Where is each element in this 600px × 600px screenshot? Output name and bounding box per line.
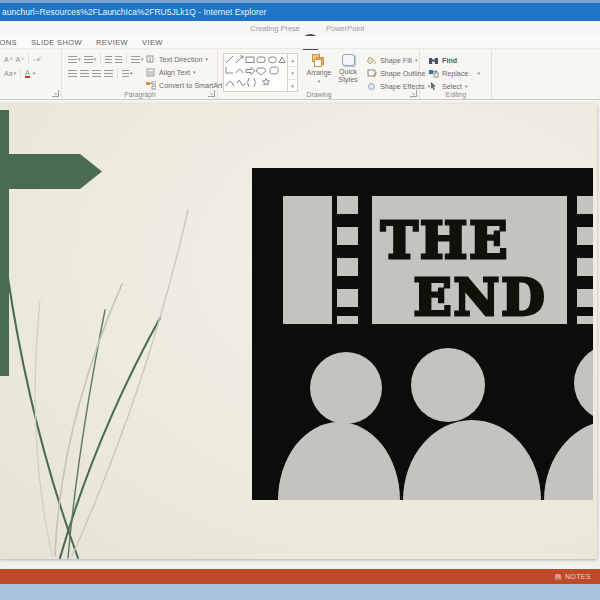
- line-spacing-button[interactable]: ▾: [131, 56, 144, 63]
- align-center-icon[interactable]: [80, 70, 89, 77]
- text-direction-button[interactable]: Text Direction▾: [145, 54, 228, 64]
- clipart-text-the: THE: [381, 211, 510, 270]
- dropdown-caret-icon: ▾: [193, 70, 196, 75]
- shape-outline-icon: [366, 68, 377, 78]
- font-color-button[interactable]: A: [25, 69, 30, 78]
- clipart-text-end: END: [413, 268, 546, 327]
- arrange-icon: [312, 54, 326, 67]
- dropdown-caret-icon: ▾: [415, 58, 418, 63]
- ie-title-text: aunchurl=Resources%2FLaunchIca%2FRU5JLk1…: [2, 7, 266, 17]
- slide-canvas[interactable]: THE END: [0, 104, 597, 559]
- grow-font-button[interactable]: A˄: [4, 56, 13, 63]
- ie-titlebar: aunchurl=Resources%2FLaunchIca%2FRU5JLk1…: [0, 3, 600, 21]
- ie-window: aunchurl=Resources%2FLaunchIca%2FRU5JLk1…: [0, 0, 600, 600]
- dropdown-caret-icon: ▾: [14, 71, 17, 76]
- gallery-scroll-up-icon[interactable]: ▴: [288, 54, 297, 67]
- paragraph-group: ▾ ▾ ▾ ▾ Text Direction▾: [63, 50, 218, 99]
- paragraph-dialog-launcher-icon[interactable]: ↘: [208, 90, 215, 97]
- clear-formatting-icon[interactable]: 𝒜: [33, 55, 40, 63]
- increase-indent-icon[interactable]: [115, 56, 122, 63]
- notes-icon: ▤: [555, 573, 562, 580]
- bullets-button[interactable]: ▾: [68, 56, 81, 63]
- submenu-caret-icon: ▾: [477, 71, 480, 76]
- find-button[interactable]: Find: [428, 55, 480, 65]
- shrink-font-button[interactable]: A˅: [16, 56, 25, 63]
- dropdown-caret-icon: ▾: [206, 57, 209, 62]
- drawing-group: ▴ ▾ ▾ Arrange ▾ Quick Styles Shape Fill▾: [219, 50, 420, 99]
- tab-slide-show[interactable]: SLIDE SHOW: [31, 38, 82, 47]
- smartart-icon: [145, 80, 156, 90]
- select-button[interactable]: Select▾: [428, 81, 480, 91]
- dropdown-caret-icon: ▾: [318, 79, 321, 84]
- dropdown-caret-icon: ▾: [130, 71, 133, 76]
- replace-icon: [428, 68, 439, 78]
- dropdown-caret-icon: ▾: [94, 57, 97, 62]
- shape-effects-icon: [366, 81, 377, 91]
- tab-view[interactable]: VIEW: [142, 38, 163, 47]
- dropdown-caret-icon: ▾: [33, 71, 36, 76]
- align-left-icon[interactable]: [68, 70, 77, 77]
- font-group-partial: A˄ A˅ 𝒜 Aa▾ A ▾ ↘: [0, 50, 62, 99]
- align-text-button[interactable]: Align Text▾: [145, 67, 228, 77]
- font-dialog-launcher-icon[interactable]: ↘: [52, 90, 59, 97]
- convert-smartart-button[interactable]: Convert to SmartArt▾: [145, 80, 228, 90]
- taskbar-strip: [0, 584, 600, 600]
- align-text-icon: [145, 67, 156, 77]
- drawing-dialog-launcher-icon[interactable]: ↘: [410, 90, 417, 97]
- notes-button[interactable]: ▤ NOTES: [555, 573, 600, 580]
- editing-group: Find Replace ▾ Select▾ Editing: [421, 50, 492, 99]
- powerpoint-titlebar: Creating Prese PowerPoint: [0, 21, 600, 36]
- tab-transitions-partial[interactable]: IONS: [0, 38, 17, 47]
- dropdown-caret-icon: ▾: [78, 57, 81, 62]
- paragraph-group-label: Paragraph: [63, 91, 217, 98]
- replace-button[interactable]: Replace ▾: [428, 68, 480, 78]
- justify-icon[interactable]: [104, 70, 113, 77]
- tab-review[interactable]: REVIEW: [96, 38, 128, 47]
- ribbon-tab-row: IONS SLIDE SHOW REVIEW VIEW: [0, 36, 600, 49]
- arrange-button[interactable]: Arrange ▾: [304, 54, 334, 84]
- dropdown-caret-icon: ▾: [141, 57, 144, 62]
- ribbon: A˄ A˅ 𝒜 Aa▾ A ▾ ↘ ▾ ▾: [0, 50, 600, 100]
- document-title: Creating Prese: [250, 24, 300, 33]
- shape-fill-icon: [366, 55, 377, 65]
- select-cursor-icon: [428, 81, 439, 91]
- drawing-group-label: Drawing: [219, 91, 419, 98]
- dropdown-caret-icon: ▾: [465, 84, 468, 89]
- quick-styles-button[interactable]: Quick Styles: [335, 54, 361, 83]
- quick-styles-icon: [342, 54, 355, 66]
- numbering-button[interactable]: ▾: [84, 56, 97, 63]
- decrease-indent-icon[interactable]: [105, 56, 112, 63]
- slide-workspace: THE END: [0, 101, 600, 569]
- status-bar: ▤ NOTES: [0, 569, 600, 584]
- align-right-icon[interactable]: [92, 70, 101, 77]
- app-name: PowerPoint: [326, 24, 364, 33]
- the-end-clipart[interactable]: THE END: [252, 168, 593, 500]
- editing-group-label: Editing: [421, 91, 491, 98]
- gallery-scroll[interactable]: ▴ ▾ ▾: [287, 54, 297, 91]
- shape-glyphs-icon: [224, 54, 287, 91]
- shapes-gallery[interactable]: ▴ ▾ ▾: [223, 53, 298, 92]
- gallery-scroll-down-icon[interactable]: ▾: [288, 67, 297, 80]
- columns-button[interactable]: ▾: [122, 70, 133, 77]
- change-case-button[interactable]: Aa▾: [4, 70, 16, 77]
- text-direction-icon: [145, 54, 156, 64]
- find-binoculars-icon: [428, 55, 439, 65]
